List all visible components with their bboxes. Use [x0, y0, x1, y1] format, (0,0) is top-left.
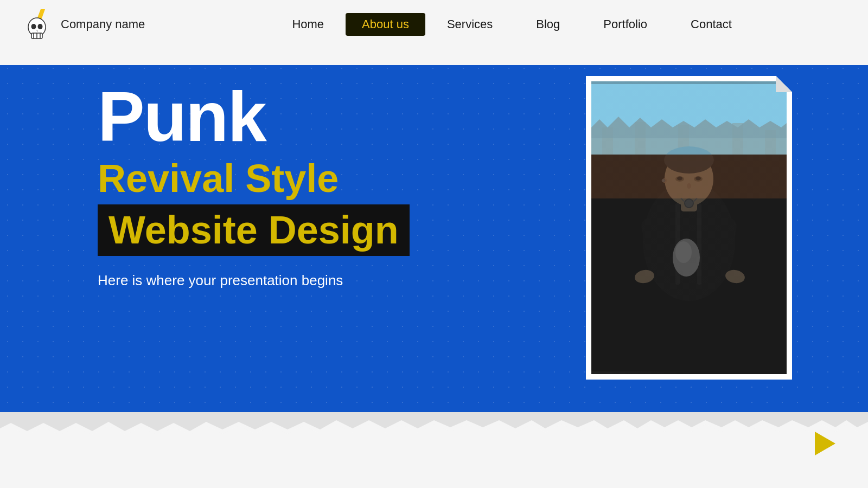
svg-rect-15: [697, 203, 701, 285]
company-name: Company name: [61, 17, 145, 31]
skull-logo-icon: [22, 8, 54, 41]
hero-subtitle: Here is where your presentation begins: [98, 272, 410, 289]
svg-rect-12: [591, 155, 787, 371]
svg-point-31: [724, 268, 746, 285]
nav-item-about[interactable]: About us: [346, 13, 425, 36]
svg-marker-11: [591, 117, 787, 138]
svg-rect-14: [675, 203, 680, 285]
svg-point-19: [665, 152, 713, 206]
nav-item-contact[interactable]: Contact: [669, 13, 754, 36]
svg-point-30: [634, 268, 655, 285]
svg-point-26: [662, 178, 667, 183]
svg-point-22: [694, 176, 703, 182]
svg-point-16: [673, 239, 700, 277]
svg-point-17: [675, 241, 692, 263]
svg-point-21: [675, 176, 684, 182]
svg-point-23: [677, 177, 682, 181]
svg-rect-4: [591, 84, 787, 165]
hero-title-punk: Punk: [98, 81, 410, 152]
svg-rect-5: [591, 138, 787, 155]
nav-links: Home About us Services Blog Portfolio Co…: [177, 13, 846, 36]
svg-point-20: [664, 146, 714, 174]
svg-point-24: [695, 177, 701, 181]
nav-item-blog[interactable]: Blog: [514, 13, 582, 36]
svg-rect-7: [635, 122, 646, 160]
svg-rect-29: [712, 217, 738, 273]
person-svg: [591, 84, 787, 371]
svg-rect-6: [602, 127, 613, 160]
hero-content: Punk Revival Style Website Design Here i…: [98, 81, 410, 289]
svg-point-32: [685, 199, 693, 208]
hero-title-website-bg: Website Design: [98, 204, 410, 256]
svg-rect-28: [640, 217, 666, 273]
svg-rect-10: [765, 130, 776, 160]
svg-point-37: [38, 24, 43, 29]
svg-rect-8: [678, 125, 689, 160]
nav-item-home[interactable]: Home: [270, 13, 346, 36]
hero-section: Punk Revival Style Website Design Here i…: [0, 0, 868, 488]
polaroid-frame: [586, 76, 792, 380]
svg-marker-3: [0, 424, 868, 488]
hero-photo-image: [591, 81, 787, 374]
svg-point-36: [31, 24, 36, 29]
torn-bottom-paper: [0, 412, 868, 488]
play-button[interactable]: [815, 432, 835, 455]
logo-area: Company name: [22, 8, 145, 41]
play-triangle-icon: [815, 432, 835, 455]
nav-item-services[interactable]: Services: [425, 13, 514, 36]
svg-point-13: [643, 182, 735, 301]
hero-photo-polaroid: [586, 76, 792, 380]
svg-rect-9: [732, 123, 743, 160]
svg-point-25: [687, 183, 691, 189]
hero-title-website: Website Design: [108, 209, 399, 252]
svg-rect-18: [681, 187, 697, 211]
polaroid-corner: [776, 76, 792, 92]
hero-title-revival: Revival Style: [98, 157, 410, 200]
torn-bottom-svg: [0, 412, 868, 488]
navbar: Company name Home About us Services Blog…: [0, 0, 868, 49]
svg-point-27: [662, 179, 665, 182]
nav-item-portfolio[interactable]: Portfolio: [582, 13, 669, 36]
